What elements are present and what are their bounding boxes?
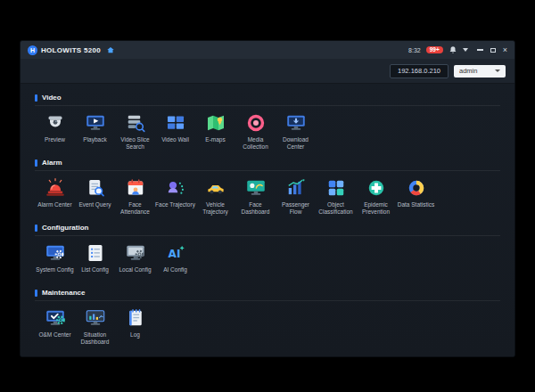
app-item-passenger-flow[interactable]: Passenger Flow bbox=[276, 177, 316, 216]
app-item-vehicle-trajectory[interactable]: Vehicle Trajectory bbox=[195, 177, 235, 216]
vehicle-trajectory-icon bbox=[205, 177, 226, 199]
titlebar: H HOLOWITS 5200 8:32 99+ × bbox=[21, 41, 514, 59]
app-item-video-slice-search[interactable]: Video Slice Search bbox=[115, 112, 155, 151]
app-item-label: Download Center bbox=[276, 136, 316, 151]
object-classification-icon bbox=[325, 177, 347, 199]
tile-row: PreviewPlaybackVideo Slice SearchVideo W… bbox=[35, 112, 500, 151]
app-item-label: Media Collection bbox=[235, 136, 276, 151]
media-collection-icon bbox=[245, 112, 267, 134]
section-title: Maintenance bbox=[42, 289, 85, 297]
app-item-local-config[interactable]: Local Config bbox=[115, 242, 155, 282]
app-item-label: Event Query bbox=[75, 201, 115, 216]
situation-dashboard-icon bbox=[85, 307, 106, 329]
section-bullet-icon bbox=[35, 290, 37, 297]
face-attendance-icon bbox=[125, 177, 146, 199]
app-item-object-classification[interactable]: Object Classification bbox=[316, 177, 356, 216]
dropdown-caret-icon bbox=[495, 69, 500, 72]
data-statistics-icon bbox=[406, 177, 427, 199]
screen-background: H HOLOWITS 5200 8:32 99+ × 192. bbox=[0, 0, 535, 392]
app-item-o-m-center[interactable]: O&M Center bbox=[35, 307, 75, 347]
app-item-face-attendance[interactable]: Face Attendance bbox=[115, 177, 155, 216]
alarm-center-icon bbox=[45, 177, 66, 199]
tile-row: O&M CenterSituation DashboardLog bbox=[35, 307, 500, 347]
app-item-label: Situation Dashboard bbox=[75, 331, 115, 347]
epidemic-prevention-icon bbox=[366, 177, 387, 199]
chevron-down-icon[interactable] bbox=[463, 48, 468, 52]
event-query-icon bbox=[85, 177, 106, 199]
passenger-flow-icon bbox=[285, 177, 307, 199]
log-icon bbox=[125, 307, 146, 329]
app-item-log[interactable]: Log bbox=[115, 307, 155, 347]
app-item-face-dashboard[interactable]: Face Dashboard bbox=[235, 177, 276, 216]
section-title: Configuration bbox=[42, 224, 88, 232]
app-item-event-query[interactable]: Event Query bbox=[75, 177, 115, 216]
maximize-button[interactable] bbox=[490, 48, 496, 53]
app-item-video-wall[interactable]: Video Wall bbox=[155, 112, 195, 151]
tile-row: System ConfigList ConfigLocal ConfigAIAI… bbox=[35, 242, 500, 282]
app-item-label: Passenger Flow bbox=[276, 201, 316, 216]
app-item-label: Playback bbox=[75, 136, 115, 151]
app-item-ai-config[interactable]: AIAI Config bbox=[155, 242, 195, 282]
notification-bell-icon[interactable] bbox=[449, 45, 457, 54]
sub-toolbar: 192.168.0.210 admin bbox=[21, 59, 514, 84]
playback-icon bbox=[85, 112, 106, 134]
app-item-list-config[interactable]: List Config bbox=[75, 242, 115, 282]
app-item-label: Object Classification bbox=[316, 201, 356, 216]
user-dropdown[interactable]: admin bbox=[454, 65, 506, 78]
alarm-count-badge[interactable]: 99+ bbox=[426, 46, 443, 54]
section-bullet-icon bbox=[35, 225, 37, 232]
face-trajectory-icon bbox=[165, 177, 186, 199]
emaps-icon bbox=[205, 112, 226, 134]
app-item-system-config[interactable]: System Config bbox=[35, 242, 75, 282]
section-header: Video bbox=[35, 94, 500, 106]
ip-address-field[interactable]: 192.168.0.210 bbox=[390, 64, 449, 78]
section-maintenance: MaintenanceO&M CenterSituation Dashboard… bbox=[35, 289, 500, 347]
app-item-label: Vehicle Trajectory bbox=[195, 201, 235, 216]
home-icon[interactable] bbox=[106, 45, 115, 54]
section-bullet-icon bbox=[35, 94, 37, 102]
app-item-label: System Config bbox=[35, 266, 75, 282]
app-item-data-statistics[interactable]: Data Statistics bbox=[396, 177, 436, 216]
section-title: Video bbox=[42, 94, 62, 102]
app-item-label: O&M Center bbox=[35, 331, 75, 347]
app-item-preview[interactable]: Preview bbox=[35, 112, 75, 151]
app-window: H HOLOWITS 5200 8:32 99+ × 192. bbox=[20, 40, 515, 357]
section-alarm: AlarmAlarm CenterEvent QueryFace Attenda… bbox=[35, 159, 500, 216]
app-item-e-maps[interactable]: E-maps bbox=[195, 112, 235, 151]
local-config-icon bbox=[125, 242, 146, 264]
app-item-playback[interactable]: Playback bbox=[75, 112, 115, 151]
minimize-button[interactable] bbox=[477, 49, 483, 51]
app-item-situation-dashboard[interactable]: Situation Dashboard bbox=[75, 307, 115, 347]
section-title: Alarm bbox=[42, 159, 62, 167]
app-item-download-center[interactable]: Download Center bbox=[276, 112, 316, 151]
app-item-label: List Config bbox=[75, 266, 115, 282]
app-item-label: Video Wall bbox=[155, 136, 195, 151]
app-item-label: Face Attendance bbox=[115, 201, 155, 216]
app-title: HOLOWITS 5200 bbox=[41, 46, 101, 54]
app-item-alarm-center[interactable]: Alarm Center bbox=[35, 177, 75, 216]
app-item-label: Alarm Center bbox=[35, 201, 75, 216]
list-config-icon bbox=[85, 242, 106, 264]
section-video: VideoPreviewPlaybackVideo Slice SearchVi… bbox=[35, 94, 500, 151]
user-dropdown-label: admin bbox=[459, 67, 477, 75]
video-wall-icon bbox=[165, 112, 186, 134]
face-dashboard-icon bbox=[245, 177, 267, 199]
section-configuration: ConfigurationSystem ConfigList ConfigLoc… bbox=[35, 224, 500, 282]
app-item-label: Video Slice Search bbox=[115, 136, 155, 151]
app-item-media-collection[interactable]: Media Collection bbox=[235, 112, 276, 151]
ai-config-icon: AI bbox=[165, 242, 186, 264]
dome-camera-icon bbox=[45, 112, 66, 134]
app-item-label: Data Statistics bbox=[396, 201, 436, 216]
app-logo-icon: H bbox=[28, 45, 37, 55]
download-center-icon bbox=[285, 112, 307, 134]
app-item-label: Local Config bbox=[115, 266, 155, 282]
clock-label: 8:32 bbox=[408, 47, 421, 53]
close-button[interactable]: × bbox=[503, 46, 507, 54]
app-item-label: Epidemic Prevention bbox=[356, 201, 396, 216]
video-slice-search-icon bbox=[125, 112, 146, 134]
app-item-epidemic-prevention[interactable]: Epidemic Prevention bbox=[356, 177, 396, 216]
app-item-face-trajectory[interactable]: Face Trajectory bbox=[155, 177, 195, 216]
app-item-label: Log bbox=[115, 331, 155, 347]
section-header: Alarm bbox=[35, 159, 500, 171]
app-item-label: Face Dashboard bbox=[235, 201, 276, 216]
